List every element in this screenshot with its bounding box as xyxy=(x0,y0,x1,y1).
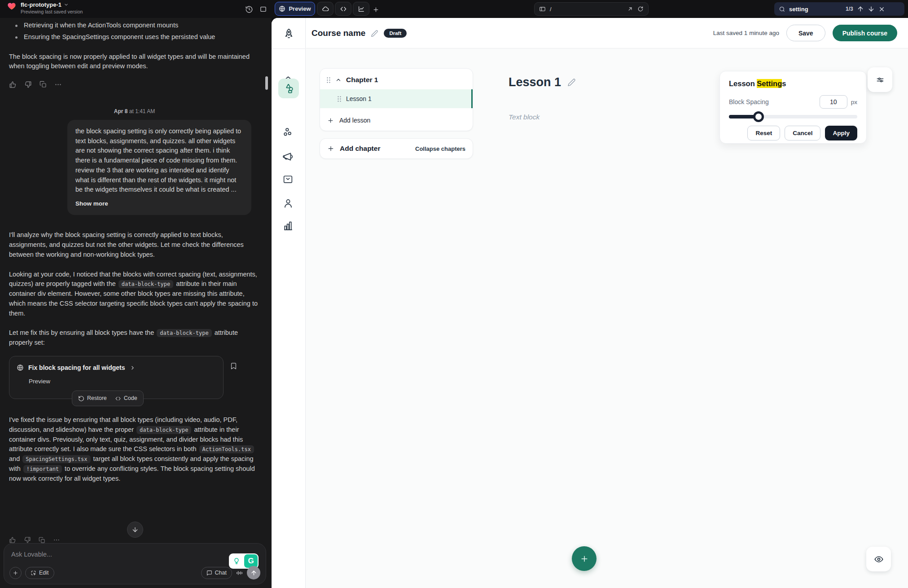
drag-handle-icon[interactable] xyxy=(326,77,331,83)
lesson-settings-panel: Lesson Settings Block Spacing px Reset C… xyxy=(719,71,867,144)
search-highlight: Setting xyxy=(757,79,782,88)
search-close-icon[interactable] xyxy=(878,6,885,13)
cloud-icon xyxy=(322,5,329,13)
settings-title: Lesson Settings xyxy=(729,79,857,88)
copy-icon[interactable] xyxy=(39,79,47,89)
sidebar-item-inbox[interactable] xyxy=(282,174,294,185)
reset-button[interactable]: Reset xyxy=(747,126,780,140)
add-chapter-button[interactable]: Add chapter xyxy=(340,145,380,153)
thumbs-up-icon[interactable] xyxy=(9,79,17,89)
code-button[interactable]: Code xyxy=(115,394,137,403)
status-badge: Draft xyxy=(384,29,407,38)
message-timestamp: Apr 8 at 1:41 AM xyxy=(9,107,260,115)
text-block-placeholder[interactable]: Text block xyxy=(509,113,540,121)
find-in-page-bar: 1/3 xyxy=(774,2,904,16)
project-brand[interactable]: flc-prototype-1 Previewing last saved ve… xyxy=(7,2,83,14)
analytics-button[interactable] xyxy=(353,2,369,16)
collapse-chapters-button[interactable]: Collapse chapters xyxy=(415,145,465,152)
search-prev-icon[interactable] xyxy=(857,5,864,13)
add-lesson-button[interactable]: Add lesson xyxy=(320,110,473,131)
sidebar-item-analytics[interactable] xyxy=(282,220,294,231)
app-sidebar xyxy=(272,18,306,588)
search-next-icon[interactable] xyxy=(868,5,875,13)
cloud-button[interactable] xyxy=(317,2,333,16)
chat-scrollbar-thumb[interactable] xyxy=(265,76,268,90)
sidebar-item-profile[interactable] xyxy=(282,197,294,209)
settings-toggle-button[interactable] xyxy=(868,67,892,92)
eye-icon xyxy=(874,554,884,564)
undo-icon xyxy=(78,395,84,402)
add-block-fab[interactable] xyxy=(572,546,597,571)
edit-title-pencil-icon[interactable] xyxy=(371,29,378,37)
assistant-bullet-list: Retrieving it when the ActionTools compo… xyxy=(15,21,260,42)
scroll-to-bottom-button[interactable] xyxy=(127,522,143,538)
open-external-icon[interactable] xyxy=(627,6,633,12)
show-more-link[interactable]: Show more xyxy=(75,199,243,208)
globe-icon xyxy=(279,5,285,12)
voice-input-icon[interactable] xyxy=(236,568,243,578)
chat-bubble-icon xyxy=(206,570,212,576)
assistant-paragraph: I'll analyze why the block spacing setti… xyxy=(9,230,260,259)
publish-course-button[interactable]: Publish course xyxy=(833,25,897,41)
attach-button[interactable] xyxy=(9,567,22,579)
edit-card-preview-link[interactable]: Preview xyxy=(29,377,216,386)
url-path: / xyxy=(550,6,552,13)
chevron-right-icon xyxy=(130,365,136,371)
edit-mode-button[interactable]: Edit xyxy=(25,567,54,579)
shapes-icon xyxy=(282,82,294,94)
edit-lesson-pencil-icon[interactable] xyxy=(567,78,576,87)
history-icon[interactable] xyxy=(245,5,253,13)
divider xyxy=(272,48,306,49)
list-item: Ensuring the SpacingSettings component u… xyxy=(15,32,260,42)
block-spacing-slider[interactable] xyxy=(729,115,857,118)
code-icon xyxy=(340,5,347,13)
sidebar-item-announcements[interactable] xyxy=(282,151,294,162)
add-tab-icon[interactable] xyxy=(373,5,379,13)
lesson-heading: Lesson 1 xyxy=(509,75,576,89)
bookmark-icon[interactable] xyxy=(230,361,237,371)
app-logo-rocket-icon[interactable] xyxy=(283,28,295,40)
search-icon xyxy=(779,6,785,13)
block-spacing-label: Block Spacing xyxy=(729,98,769,105)
search-input[interactable] xyxy=(789,6,842,13)
cancel-button[interactable]: Cancel xyxy=(785,126,820,140)
list-item: Retrieving it when the ActionTools compo… xyxy=(15,21,260,31)
code-view-button[interactable] xyxy=(335,2,351,16)
drag-handle-icon[interactable] xyxy=(337,96,342,102)
chapter-card: Chapter 1 Lesson 1 Add lesson xyxy=(320,68,473,131)
lesson-list-item-selected[interactable]: Lesson 1 xyxy=(320,89,473,108)
chapter-header-row[interactable]: Chapter 1 xyxy=(320,70,473,89)
send-button[interactable] xyxy=(247,566,260,579)
chat-panel: Retrieving it when the ActionTools compo… xyxy=(0,18,272,588)
user-message-text: the block spacing setting is only correc… xyxy=(75,127,243,195)
sidebar-item-courses-active[interactable] xyxy=(278,79,299,98)
sidebar-item-community[interactable] xyxy=(282,127,294,138)
more-options-icon[interactable] xyxy=(54,79,62,89)
app-preview-pane: Course name Draft Last saved 1 minute ag… xyxy=(272,18,908,588)
chart-line-icon xyxy=(358,5,365,13)
refresh-icon[interactable] xyxy=(637,6,644,12)
chevron-up-icon[interactable] xyxy=(335,77,342,83)
select-edit-icon xyxy=(31,570,36,576)
preview-label: Preview xyxy=(289,5,311,12)
panel-toggle-icon[interactable] xyxy=(259,5,267,13)
plus-icon xyxy=(580,554,589,563)
plus-icon xyxy=(327,117,334,124)
slider-thumb[interactable] xyxy=(753,111,764,122)
preview-button[interactable]: Preview xyxy=(275,2,315,16)
chat-mode-button[interactable]: Chat xyxy=(201,567,232,579)
apply-button[interactable]: Apply xyxy=(825,126,857,140)
thumbs-down-icon[interactable] xyxy=(24,79,32,89)
preview-toggle-button[interactable] xyxy=(866,547,891,571)
chat-input-placeholder[interactable]: Ask Lovable... xyxy=(11,550,259,560)
chat-input-box[interactable]: Ask Lovable... G Edit Chat xyxy=(4,543,266,584)
url-bar[interactable]: / xyxy=(534,2,649,16)
search-result-count: 1/3 xyxy=(846,6,853,12)
course-header: Course name Draft Last saved 1 minute ag… xyxy=(306,18,908,48)
save-button[interactable]: Save xyxy=(786,25,825,41)
block-spacing-input[interactable] xyxy=(820,95,847,109)
code-icon xyxy=(115,395,121,402)
plus-icon xyxy=(327,145,334,152)
restore-button[interactable]: Restore xyxy=(78,394,107,403)
chevron-down-icon xyxy=(64,2,69,7)
